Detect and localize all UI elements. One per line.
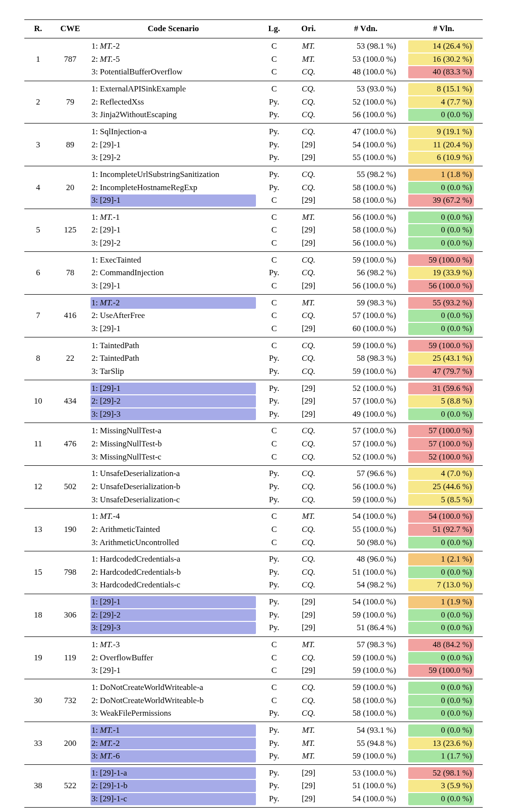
scenario-cell: 3: [29]-2 <box>89 237 258 250</box>
cwe-cell <box>52 237 89 250</box>
cwe-cell: 476 <box>52 438 89 451</box>
table-row: 1: MissingNullTest-aCCQ.57 (100.0 %)57 (… <box>24 424 483 438</box>
rank-cell: 4 <box>24 181 52 194</box>
col-rank: R. <box>24 20 52 38</box>
table-row: 1: TaintedPathCCQ.59 (100.0 %)59 (100.0 … <box>24 339 483 353</box>
vdn-cell: 59 (100.0 %) <box>327 664 405 677</box>
vdn-cell: 58 (100.0 %) <box>327 707 405 720</box>
group-79: 1: ExternalAPISinkExampleCCQ.53 (93.0 %)… <box>24 81 483 124</box>
table-row: 1: MT.-2CMT.59 (98.3 %)55 (93.2 %) <box>24 297 483 310</box>
table-row: 3: [29]-3Py.[29]49 (100.0 %)0 (0.0 %) <box>24 408 483 421</box>
vln-cell: 59 (100.0 %) <box>405 664 483 677</box>
rank-cell <box>24 125 52 139</box>
vln-cell: 52 (100.0 %) <box>405 451 483 464</box>
ori-cell: MT. <box>290 638 326 652</box>
scenario-cell: 1: IncompleteUrlSubstringSanitization <box>89 168 258 181</box>
table-row: 3: TarSlipPy.CQ.59 (100.0 %)47 (79.7 %) <box>24 365 483 378</box>
cwe-cell: 306 <box>52 609 89 622</box>
table-row: 114762: MissingNullTest-bCCQ.57 (100.0 %… <box>24 438 483 451</box>
lg-cell: Py. <box>258 480 290 494</box>
vdn-cell: 51 (100.0 %) <box>327 566 405 579</box>
vdn-cell: 59 (100.0 %) <box>327 365 405 378</box>
cwe-cell <box>52 365 89 378</box>
scenario-cell: 2: TaintedPath <box>89 352 258 365</box>
lg-cell: C <box>258 681 290 694</box>
lg-cell: C <box>258 652 290 665</box>
rank-cell: 19 <box>24 652 52 665</box>
table-row: 1: ExternalAPISinkExampleCCQ.53 (93.0 %)… <box>24 83 483 96</box>
ori-cell: CQ. <box>290 652 326 665</box>
ori-cell: [29] <box>290 395 326 408</box>
ori-cell: CQ. <box>290 523 326 536</box>
vdn-cell: 53 (100.0 %) <box>327 767 405 780</box>
scenario-cell: 1: DoNotCreateWorldWriteable-a <box>89 681 258 694</box>
vln-cell: 14 (26.4 %) <box>405 40 483 53</box>
vln-cell: 1 (2.1 %) <box>405 553 483 566</box>
rank-cell <box>24 280 52 293</box>
scenario-cell: 3: [29]-1 <box>89 322 258 335</box>
cwe-cell <box>52 83 89 96</box>
ori-cell: CQ. <box>290 553 326 566</box>
vdn-cell: 52 (100.0 %) <box>327 451 405 464</box>
table-row: 1: [29]-1Py.[29]52 (100.0 %)31 (59.6 %) <box>24 382 483 395</box>
vdn-cell: 55 (98.2 %) <box>327 168 405 181</box>
table-row: 3: [29]-2C[29]56 (100.0 %)0 (0.0 %) <box>24 237 483 250</box>
lg-cell: Py. <box>258 566 290 579</box>
lg-cell: Py. <box>258 96 290 109</box>
scenario-cell: 2: DoNotCreateWorldWriteable-b <box>89 694 258 707</box>
table-row: 191192: OverflowBufferCCQ.59 (100.0 %)0 … <box>24 652 483 665</box>
ori-cell: MT. <box>290 297 326 310</box>
group-119: 1: MT.-3CMT.57 (98.3 %)48 (84.2 %)191192… <box>24 636 483 679</box>
lg-cell: C <box>258 523 290 536</box>
lg-cell: C <box>258 254 290 267</box>
vdn-cell: 56 (100.0 %) <box>327 211 405 224</box>
rank-cell: 2 <box>24 96 52 109</box>
ori-cell: CQ. <box>290 566 326 579</box>
ori-cell: MT. <box>290 724 326 737</box>
cwe-cell <box>52 724 89 737</box>
scenario-cell: 3: HardcodedCredentials-c <box>89 579 258 592</box>
cwe-cell <box>52 451 89 464</box>
vln-cell: 56 (100.0 %) <box>405 280 483 293</box>
vdn-cell: 57 (98.3 %) <box>327 638 405 652</box>
table-row: 3: [29]-2Py.[29]55 (100.0 %)6 (10.9 %) <box>24 151 483 164</box>
lg-cell: Py. <box>258 125 290 139</box>
col-scenario: Code Scenario <box>89 20 258 38</box>
table-row: 1: SqlInjection-aPy.CQ.47 (100.0 %)9 (19… <box>24 125 483 139</box>
lg-cell: Py. <box>258 621 290 635</box>
rank-cell <box>24 724 52 737</box>
scenario-cell: 2: OverflowBuffer <box>89 652 258 665</box>
rank-cell <box>24 664 52 677</box>
scenario-cell: 3: [29]-3 <box>89 408 258 421</box>
cwe-cell <box>52 707 89 720</box>
table-row: 1: MT.-1Py.MT.54 (93.1 %)0 (0.0 %) <box>24 724 483 737</box>
scenario-cell: 1: [29]-1-a <box>89 767 258 780</box>
vdn-cell: 57 (100.0 %) <box>327 395 405 408</box>
table-row: 3: [29]-1C[29]60 (100.0 %)0 (0.0 %) <box>24 322 483 335</box>
ori-cell: CQ. <box>290 424 326 438</box>
scenario-cell: 2: MT.-2 <box>89 737 258 750</box>
table-row: 1: MT.-3CMT.57 (98.3 %)48 (84.2 %) <box>24 638 483 652</box>
vdn-cell: 53 (93.0 %) <box>327 83 405 96</box>
table-row: 3: [29]-1C[29]58 (100.0 %)39 (67.2 %) <box>24 194 483 207</box>
scenario-cell: 1: MT.-4 <box>89 510 258 523</box>
lg-cell: Py. <box>258 151 290 164</box>
lg-cell: Py. <box>258 494 290 507</box>
rank-cell: 13 <box>24 523 52 536</box>
rank-cell: 30 <box>24 694 52 707</box>
table-row: 1: [29]-1Py.[29]54 (100.0 %)1 (1.9 %) <box>24 596 483 609</box>
results-table: R. CWE Code Scenario Lg. Ori. # Vdn. # V… <box>24 19 483 808</box>
scenario-cell: 1: TaintedPath <box>89 339 258 353</box>
scenario-cell: 3: [29]-1 <box>89 194 258 207</box>
scenario-cell: 2: [29]-1 <box>89 224 258 237</box>
vdn-cell: 54 (100.0 %) <box>327 596 405 609</box>
lg-cell: Py. <box>258 793 290 806</box>
scenario-cell: 1: MT.-1 <box>89 211 258 224</box>
cwe-cell <box>52 408 89 421</box>
vln-cell: 0 (0.0 %) <box>405 211 483 224</box>
lg-cell: C <box>258 638 290 652</box>
vdn-cell: 53 (98.1 %) <box>327 40 405 53</box>
cwe-cell <box>52 168 89 181</box>
cwe-cell: 416 <box>52 309 89 322</box>
scenario-cell: 3: [29]-1 <box>89 664 258 677</box>
